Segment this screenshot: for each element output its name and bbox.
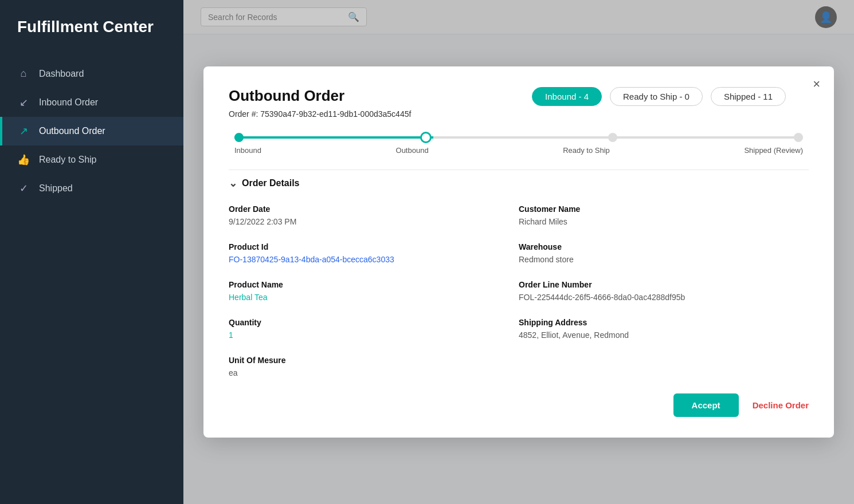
detail-product-id: Product Id FO-13870425-9a13-4bda-a054-bc… [229, 237, 519, 274]
badge-inbound[interactable]: Inbound - 4 [532, 87, 602, 106]
close-button[interactable]: × [813, 78, 820, 90]
unit-of-measure-value: ea [229, 368, 519, 377]
progress-dot-inbound [234, 133, 244, 142]
sidebar-item-inbound-order[interactable]: ↙ Inbound Order [0, 88, 183, 117]
warehouse-label: Warehouse [519, 242, 809, 251]
chevron-down-icon: ⌄ [229, 177, 237, 190]
detail-shipping-address: Shipping Address 4852, Elliot, Avenue, R… [519, 312, 809, 350]
product-id-value: FO-13870425-9a13-4bda-a054-bcecca6c3033 [229, 255, 519, 264]
progress-dot-ready-to-ship [608, 133, 617, 142]
progress-dots [234, 132, 803, 143]
detail-order-line-number: Order Line Number FOL-225444dc-26f5-4666… [519, 274, 809, 312]
decline-button[interactable]: Decline Order [753, 400, 809, 410]
product-id-label: Product Id [229, 242, 519, 251]
detail-warehouse: Warehouse Redmond store [519, 237, 809, 274]
badge-ready-to-ship[interactable]: Ready to Ship - 0 [610, 87, 703, 106]
check-icon: ✓ [17, 182, 30, 195]
detail-order-date: Order Date 9/12/2022 2:03 PM [229, 199, 519, 237]
customer-name-value: Richard Miles [519, 217, 809, 226]
accept-button[interactable]: Accept [673, 393, 739, 417]
modal-badges: Inbound - 4 Ready to Ship - 0 Shipped - … [532, 87, 786, 106]
shipping-address-label: Shipping Address [519, 318, 809, 327]
home-icon: ⌂ [17, 68, 30, 80]
progress-label-ready-to-ship: Ready to Ship [563, 146, 610, 155]
outbound-icon: ↗ [17, 125, 30, 137]
detail-customer-name: Customer Name Richard Miles [519, 199, 809, 237]
progress-dot-outbound [420, 132, 432, 143]
sidebar-item-label: Dashboard [39, 69, 84, 79]
badge-shipped[interactable]: Shipped - 11 [711, 87, 786, 106]
quantity-value: 1 [229, 330, 519, 340]
quantity-label: Quantity [229, 318, 519, 327]
detail-unit-of-measure: Unit Of Mesure ea [229, 350, 519, 388]
detail-quantity: Quantity 1 [229, 312, 519, 350]
customer-name-label: Customer Name [519, 204, 809, 214]
progress-label-inbound: Inbound [234, 146, 261, 155]
modal: × Outbound Order Order #: 75390a47-9b32-… [203, 66, 834, 438]
sidebar: Fulfillment Center ⌂ Dashboard ↙ Inbound… [0, 0, 183, 504]
sidebar-item-ready-to-ship[interactable]: 👍 Ready to Ship [0, 145, 183, 174]
order-number: Order #: 75390a47-9b32-ed11-9db1-000d3a5… [229, 109, 411, 119]
order-number-value: 75390a47-9b32-ed11-9db1-000d3a5c445f [260, 109, 411, 119]
order-details-label: Order Details [242, 178, 299, 188]
progress-track [234, 133, 803, 141]
order-details-toggle[interactable]: ⌄ Order Details [229, 177, 809, 190]
order-line-number-value: FOL-225444dc-26f5-4666-8da0-0ac4288df95b [519, 293, 809, 302]
details-left-col: Order Date 9/12/2022 2:03 PM Product Id … [229, 199, 519, 388]
progress-labels: Inbound Outbound Ready to Ship Shipped (… [234, 146, 803, 155]
unit-of-measure-label: Unit Of Mesure [229, 356, 519, 365]
product-name-value: Herbal Tea [229, 293, 519, 302]
progress-bar: Inbound Outbound Ready to Ship Shipped (… [229, 133, 809, 155]
divider-top [229, 170, 809, 170]
order-details-grid: Order Date 9/12/2022 2:03 PM Product Id … [229, 199, 809, 388]
progress-dot-shipped [794, 133, 803, 142]
order-number-label: Order #: [229, 109, 258, 119]
sidebar-title: Fulfillment Center [0, 0, 183, 54]
modal-header: Outbound Order Order #: 75390a47-9b32-ed… [229, 87, 809, 130]
sidebar-item-shipped[interactable]: ✓ Shipped [0, 174, 183, 203]
sidebar-item-label: Inbound Order [39, 97, 98, 108]
sidebar-nav: ⌂ Dashboard ↙ Inbound Order ↗ Outbound O… [0, 60, 183, 203]
modal-overlay: × Outbound Order Order #: 75390a47-9b32-… [183, 0, 854, 504]
shipping-address-value: 4852, Elliot, Avenue, Redmond [519, 330, 809, 340]
order-date-value: 9/12/2022 2:03 PM [229, 217, 519, 226]
thumbsup-icon: 👍 [17, 153, 30, 166]
order-date-label: Order Date [229, 204, 519, 214]
order-line-number-label: Order Line Number [519, 280, 809, 289]
sidebar-item-dashboard[interactable]: ⌂ Dashboard [0, 60, 183, 88]
progress-label-shipped: Shipped (Review) [744, 146, 803, 155]
product-name-label: Product Name [229, 280, 519, 289]
details-right-col: Customer Name Richard Miles Warehouse Re… [519, 199, 809, 388]
detail-product-name: Product Name Herbal Tea [229, 274, 519, 312]
sidebar-item-label: Outbound Order [39, 126, 105, 136]
progress-label-outbound: Outbound [396, 146, 429, 155]
modal-footer: Accept Decline Order [229, 393, 809, 417]
sidebar-item-label: Ready to Ship [39, 155, 97, 165]
inbound-icon: ↙ [17, 96, 30, 109]
main-area: 🔍 👤 × Outbound Order Order #: 75390a47-9… [183, 0, 854, 504]
sidebar-item-label: Shipped [39, 183, 73, 194]
warehouse-value: Redmond store [519, 255, 809, 264]
modal-title: Outbound Order [229, 87, 411, 105]
sidebar-item-outbound-order[interactable]: ↗ Outbound Order [0, 117, 183, 145]
